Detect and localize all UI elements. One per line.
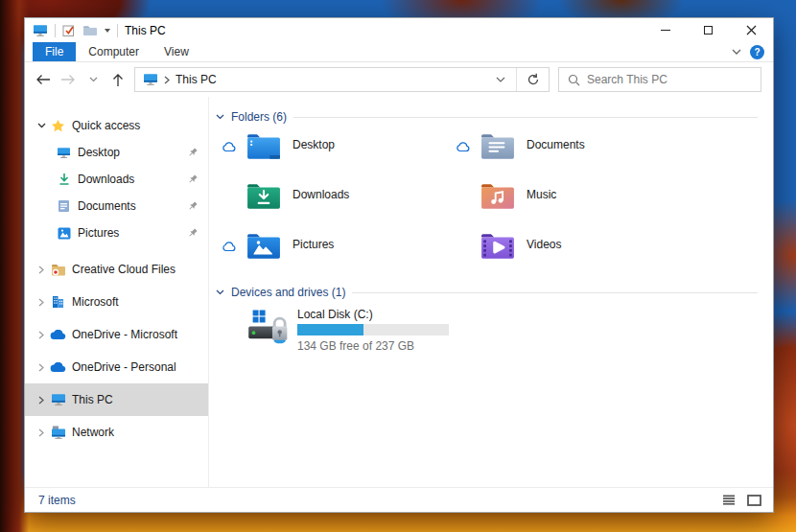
- details-view-icon[interactable]: [722, 495, 736, 505]
- group-label: Devices and drives (1): [231, 286, 345, 299]
- refresh-icon: [527, 73, 540, 86]
- group-header-folders[interactable]: Folders (6): [216, 110, 758, 124]
- chevron-expanded-icon[interactable]: [34, 123, 49, 128]
- up-button[interactable]: [105, 67, 130, 92]
- ribbon-right-controls: ?: [732, 42, 773, 61]
- maximize-icon: [704, 26, 713, 35]
- pin-icon[interactable]: [187, 227, 199, 242]
- properties-icon[interactable]: [62, 24, 76, 37]
- up-icon: [112, 73, 124, 87]
- downloads-icon: [55, 173, 73, 186]
- sidebar-item-desktop[interactable]: Desktop: [25, 139, 208, 166]
- sidebar-item-downloads[interactable]: Downloads: [25, 166, 208, 193]
- quick-access-toolbar: [33, 24, 118, 37]
- drive-tile-local-disk-c[interactable]: Local Disk (C:) 134 GB free of 237 GB: [246, 308, 758, 353]
- documents-folder-icon: [480, 132, 515, 164]
- sidebar-item-microsoft[interactable]: Microsoft: [25, 286, 208, 318]
- sidebar-item-label: Downloads: [78, 173, 134, 186]
- network-icon: [49, 426, 67, 439]
- sidebar-item-this-pc[interactable]: This PC: [25, 383, 208, 416]
- chevron-down-icon: [496, 77, 505, 83]
- chevron-down-icon: [89, 77, 98, 82]
- folder-tile-music[interactable]: Music: [450, 182, 684, 220]
- file-explorer-window: This PC File Computer View: [24, 17, 774, 513]
- help-icon: ?: [754, 47, 760, 58]
- search-box[interactable]: [558, 67, 761, 92]
- minimize-icon: [661, 30, 670, 31]
- star-icon: [49, 119, 67, 133]
- folder-tile-pictures[interactable]: Pictures: [216, 232, 450, 270]
- recent-locations-button[interactable]: [81, 67, 105, 92]
- chevron-collapsed-icon[interactable]: [34, 363, 49, 372]
- tab-computer[interactable]: Computer: [76, 42, 152, 61]
- forward-icon: [60, 74, 76, 85]
- close-button[interactable]: [730, 18, 773, 42]
- new-folder-icon[interactable]: [82, 25, 98, 36]
- pin-icon[interactable]: [187, 173, 199, 188]
- titlebar: This PC: [25, 18, 773, 42]
- sidebar-item-creative-cloud-files[interactable]: Creative Cloud Files: [25, 253, 208, 286]
- sidebar-item-onedrive-microsoft[interactable]: OneDrive - Microsoft: [25, 318, 208, 351]
- search-input[interactable]: [587, 73, 752, 86]
- navigation-bar: This PC: [25, 62, 773, 97]
- breadcrumb-crumb[interactable]: This PC: [176, 73, 217, 86]
- pin-icon[interactable]: [187, 147, 199, 161]
- address-dropdown-button[interactable]: [485, 68, 516, 91]
- sidebar-item-network[interactable]: Network: [25, 416, 208, 449]
- drive-capacity-fill: [297, 324, 363, 335]
- expand-ribbon-icon[interactable]: [732, 49, 741, 56]
- refresh-button[interactable]: [516, 68, 549, 91]
- chevron-right-icon: [164, 76, 170, 84]
- sidebar-item-pictures[interactable]: Pictures: [25, 220, 208, 246]
- pin-icon[interactable]: [187, 200, 199, 215]
- documents-icon: [55, 199, 73, 213]
- address-bar[interactable]: This PC: [134, 67, 550, 92]
- folder-tile-label: Desktop: [293, 138, 335, 151]
- separator: [117, 24, 118, 37]
- sidebar-item-documents[interactable]: Documents: [25, 193, 208, 220]
- explorer-body: Quick access Desktop: [25, 97, 773, 487]
- folder-tile-downloads[interactable]: Downloads: [216, 182, 450, 220]
- thumbnail-view-icon[interactable]: [747, 495, 761, 506]
- group-rule: [352, 292, 758, 293]
- minimize-button[interactable]: [644, 18, 687, 42]
- forward-button[interactable]: [56, 67, 81, 92]
- folder-tile-videos[interactable]: Videos: [450, 232, 684, 270]
- pictures-folder-icon: [246, 232, 281, 264]
- folder-tile-label: Pictures: [293, 238, 334, 251]
- chevron-collapsed-icon[interactable]: [34, 331, 49, 339]
- chevron-collapsed-icon[interactable]: [34, 266, 49, 274]
- window-controls: [644, 18, 773, 42]
- folder-tile-label: Music: [527, 188, 556, 201]
- chevron-collapsed-icon[interactable]: [34, 428, 49, 437]
- creative-cloud-folder-icon: [49, 264, 67, 276]
- group-header-devices[interactable]: Devices and drives (1): [216, 286, 758, 299]
- local-disk-icon: [246, 308, 289, 353]
- drive-info: Local Disk (C:) 134 GB free of 237 GB: [297, 308, 449, 353]
- folder-tile-desktop[interactable]: Desktop: [216, 132, 450, 171]
- tab-view[interactable]: View: [152, 42, 201, 61]
- sidebar-item-quick-access[interactable]: Quick access: [25, 112, 208, 139]
- folders-grid: Desktop: [216, 132, 758, 270]
- breadcrumb: This PC: [135, 73, 485, 86]
- items-view: Folders (6): [209, 97, 773, 487]
- qat-dropdown-icon[interactable]: [105, 29, 110, 33]
- view-switcher: [722, 495, 761, 506]
- sidebar-item-onedrive-personal[interactable]: OneDrive - Personal: [25, 351, 208, 383]
- window-title: This PC: [125, 24, 166, 37]
- folder-tile-label: Videos: [527, 238, 561, 251]
- building-icon: [49, 295, 67, 309]
- pictures-icon: [55, 227, 73, 240]
- chevron-collapsed-icon[interactable]: [34, 396, 49, 405]
- this-pc-icon: [33, 24, 48, 37]
- drive-name: Local Disk (C:): [297, 308, 449, 321]
- folder-tile-documents[interactable]: Documents: [450, 132, 684, 171]
- help-button[interactable]: ?: [750, 45, 764, 59]
- sidebar-item-label: This PC: [72, 393, 113, 406]
- maximize-button[interactable]: [687, 18, 730, 42]
- sidebar-item-label: Documents: [78, 199, 136, 213]
- back-button[interactable]: [31, 67, 56, 92]
- chevron-collapsed-icon[interactable]: [34, 298, 49, 307]
- sidebar-item-label: Desktop: [78, 146, 120, 159]
- tab-file[interactable]: File: [33, 42, 76, 61]
